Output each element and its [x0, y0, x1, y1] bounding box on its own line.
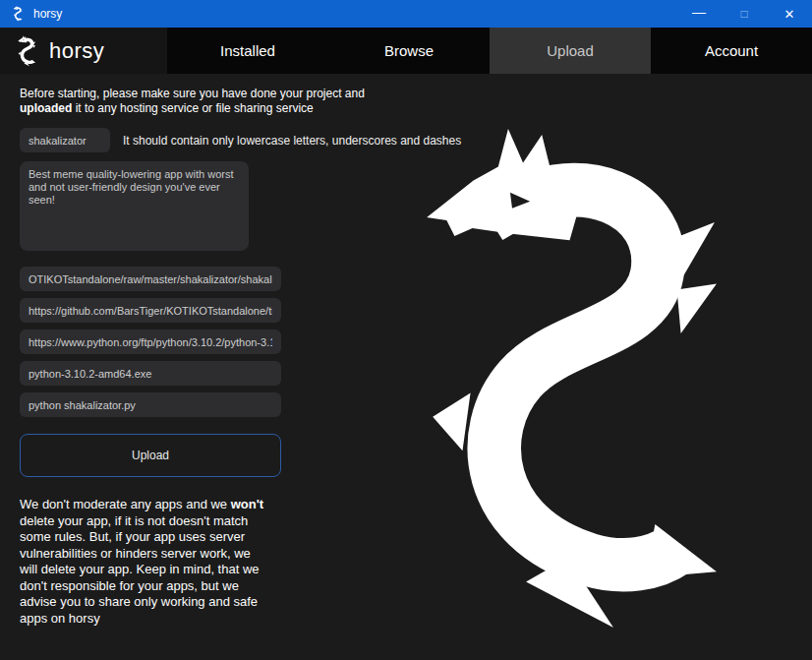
intro-pre: Before starting, please make sure you ha… [20, 87, 365, 100]
dependency-filename-input[interactable] [20, 361, 281, 386]
tab-installed[interactable]: Installed [167, 28, 328, 74]
upload-form: Before starting, please make sure you ha… [20, 87, 442, 627]
tab-upload[interactable]: Upload [490, 28, 651, 74]
app-description-input[interactable]: Best meme quality-lowering app with wors… [20, 161, 249, 251]
titlebar: horsy — □ ✕ [0, 0, 812, 28]
tab-account[interactable]: Account [651, 28, 812, 74]
name-row: It should contain only lowercase letters… [20, 128, 442, 152]
disclaimer-bold: won't [231, 497, 263, 511]
horsy-logo-icon [14, 35, 39, 67]
repo-url-input[interactable] [20, 298, 281, 323]
app-icon [10, 6, 26, 22]
nav-bar: horsy Installed Browse Upload Account [0, 28, 812, 74]
intro-bold: uploaded [20, 101, 72, 115]
tab-strip: Installed Browse Upload Account [167, 28, 812, 74]
maximize-icon[interactable]: □ [722, 0, 767, 28]
close-icon[interactable]: ✕ [767, 0, 812, 28]
window-controls: — □ ✕ [676, 0, 812, 28]
upload-button[interactable]: Upload [20, 434, 281, 477]
brand-name: horsy [49, 38, 104, 64]
horsy-logo [413, 123, 723, 639]
app-zip-url-input[interactable] [20, 267, 281, 291]
brand: horsy [0, 28, 167, 74]
disclaimer-text: We don't moderate any apps and we won't … [20, 497, 269, 627]
disclaimer-pre: We don't moderate any apps and we [20, 497, 231, 511]
dependency-url-input[interactable] [20, 330, 281, 354]
tab-browse[interactable]: Browse [328, 28, 490, 74]
name-hint: It should contain only lowercase letters… [123, 134, 461, 148]
intro-text: Before starting, please make sure you ha… [20, 87, 385, 116]
run-command-input[interactable] [20, 392, 281, 417]
minimize-icon[interactable]: — [676, 0, 722, 28]
intro-post: it to any hosting service or file sharin… [72, 101, 313, 115]
window-title: horsy [33, 7, 62, 21]
app-window: horsy — □ ✕ horsy Installed Browse Uploa… [0, 0, 812, 660]
app-name-input[interactable] [20, 128, 110, 152]
upload-page: Before starting, please make sure you ha… [0, 74, 812, 660]
disclaimer-post: delete your app, if it is not doesn't ma… [20, 513, 260, 626]
